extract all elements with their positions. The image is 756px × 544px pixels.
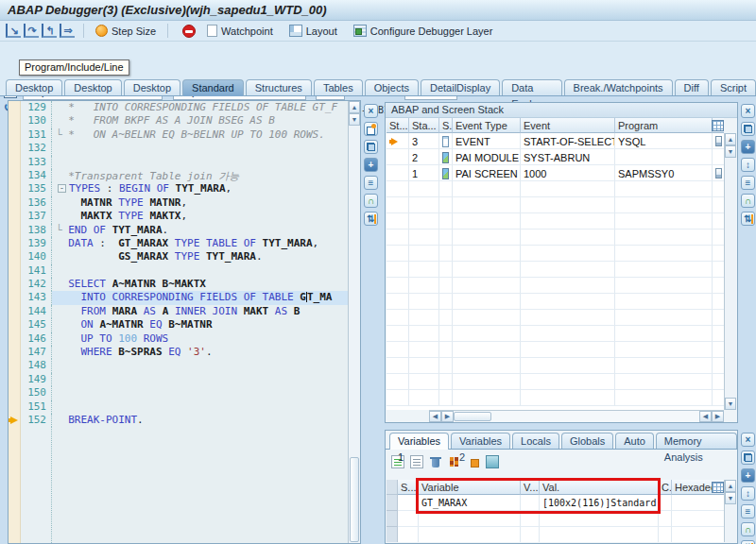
variables-tab-memory-analysis[interactable]: Memory Analysis [656, 433, 737, 449]
code-line[interactable]: 148 [9, 359, 348, 372]
scroll-right-icon[interactable]: ▶ [441, 411, 454, 422]
code-line[interactable]: 150 [9, 386, 348, 400]
code-text[interactable]: UP TO 100 ROWS [52, 332, 348, 346]
code-area[interactable]: 129 * INTO CORRESPONDING FIELDS OF TABLE… [9, 101, 348, 543]
step-continue-icon[interactable]: ⇒ [60, 24, 75, 38]
scroll-left-icon[interactable]: ◀ [429, 411, 441, 422]
code-line[interactable]: 140 GS_MARAX TYPE TYT_MARA. [9, 250, 348, 264]
scroll-down-icon[interactable]: ▼ [725, 492, 736, 504]
step-return-icon[interactable]: ↰ [42, 24, 57, 38]
variables-tab-variables-1[interactable]: Variables 1 [389, 433, 449, 450]
code-text[interactable]: └ * ON A~BELNR EQ B~BELNR UP TO 100 ROWS… [52, 128, 348, 142]
code-line[interactable]: 147 WHERE B~SPRAS EQ '3'. [9, 346, 348, 359]
value-cell[interactable] [540, 511, 659, 527]
delete-icon[interactable] [429, 455, 442, 468]
maximize-icon[interactable]: + [741, 468, 755, 483]
code-text[interactable]: GS_MARAX TYPE TYT_MARA. [52, 250, 348, 264]
swap-icon[interactable] [741, 122, 755, 136]
stack-empty-row[interactable] [387, 374, 724, 390]
column-config-icon[interactable] [712, 482, 724, 493]
fit-height-icon[interactable]: ↕ [741, 158, 755, 172]
code-line[interactable]: 141 [9, 264, 348, 278]
variables-tab-auto[interactable]: Auto [615, 433, 654, 449]
watchpoint-button[interactable]: Watchpoint [204, 24, 276, 38]
step-size-button[interactable]: Step Size [93, 24, 159, 38]
row-selector[interactable] [387, 527, 398, 542]
code-line[interactable]: 132 [9, 142, 348, 155]
scroll-right-icon[interactable]: ▶ [712, 411, 724, 422]
stack-empty-row[interactable] [387, 358, 724, 374]
code-line[interactable]: 133 [9, 156, 348, 169]
stack-empty-row[interactable] [387, 262, 724, 278]
scroll-down-icon[interactable]: ▼ [725, 398, 736, 410]
stack-empty-row[interactable] [387, 230, 724, 246]
code-text[interactable]: * FROM BKPF AS A JOIN BSEG AS B [52, 114, 348, 128]
scroll-up-icon[interactable]: ▲ [725, 133, 736, 145]
maximize-icon[interactable]: + [364, 158, 378, 172]
variables-tab-locals[interactable]: Locals [512, 433, 559, 449]
code-vertical-scrollbar[interactable]: ▲ ▼ [348, 101, 360, 543]
stack-empty-row[interactable] [387, 246, 724, 262]
code-text[interactable]: -TYPES : BEGIN OF TYT_MARA, [52, 182, 348, 196]
distribute-icon[interactable] [467, 455, 480, 468]
code-line[interactable]: 130 * FROM BKPF AS A JOIN BSEG AS B [9, 114, 348, 128]
stack-vertical-scrollbar[interactable]: ▲ ▼ ▼ [724, 133, 736, 410]
stack-row[interactable]: 1PAI SCREEN1000SAPMSSY0 [387, 165, 724, 181]
code-text[interactable]: MATNR TYPE MATNR, [52, 196, 348, 210]
close-icon[interactable]: × [741, 104, 755, 118]
split-icon[interactable]: ≡ [741, 504, 755, 518]
code-line[interactable]: 135-TYPES : BEGIN OF TYT_MARA, [9, 182, 348, 196]
tab-detaildisplay[interactable]: DetailDisplay [421, 79, 500, 95]
code-text[interactable] [52, 373, 348, 386]
code-line[interactable]: 142 SELECT A~MATNR B~MAKTX [9, 278, 348, 291]
code-editor-panel[interactable]: 129 * INTO CORRESPONDING FIELDS OF TABLE… [8, 100, 361, 544]
code-line[interactable]: 152 BREAK-POINT. [9, 414, 348, 427]
configure-debugger-button[interactable]: Configure Debugger Layer [351, 24, 496, 38]
variable-name-cell[interactable] [419, 527, 521, 542]
code-line[interactable]: 139 DATA : GT_MARAX TYPE TABLE OF TYT_MA… [9, 237, 348, 250]
stack-empty-row[interactable] [387, 326, 724, 342]
variable-row[interactable] [387, 511, 724, 527]
code-line[interactable]: 149 [9, 373, 348, 386]
filter-icon[interactable]: ⇅ [364, 212, 378, 226]
variables-tab-globals[interactable]: Globals [561, 433, 613, 449]
services-icon[interactable]: ∩ [741, 522, 755, 536]
tab-data-explorer[interactable]: Data Explorer [502, 79, 561, 95]
tab-script[interactable]: Script [711, 79, 756, 95]
tab-desktop-2[interactable]: Desktop 2 [64, 79, 121, 95]
code-text[interactable] [52, 156, 348, 169]
tab-objects[interactable]: Objects [365, 79, 419, 95]
scroll-up-icon[interactable]: ▲ [725, 480, 736, 492]
stop-icon[interactable] [182, 25, 196, 38]
code-line[interactable]: 144 FROM MARA AS A INNER JOIN MAKT AS B [9, 305, 348, 318]
stack-row[interactable]: 2PAI MODULESYST-ABRUN [387, 149, 724, 165]
code-line[interactable]: 143 INTO CORRESPONDING FIELDS OF TABLE G… [9, 291, 348, 304]
stack-empty-row[interactable] [387, 342, 724, 358]
change-package-icon[interactable] [486, 455, 499, 468]
column-config-icon[interactable] [712, 120, 724, 131]
variables-vertical-scrollbar[interactable]: ▲ ▼ [724, 480, 736, 542]
value-cell[interactable]: [100x2(116)]Standard Tab.. [540, 495, 659, 511]
variables-tab-variables-2[interactable]: Variables 2 [451, 433, 510, 449]
code-line[interactable]: 146 UP TO 100 ROWS [9, 332, 348, 346]
tab-break-watchpoints[interactable]: Break./Watchpoints [564, 79, 673, 95]
code-line[interactable]: 145 ON A~MATNR EQ B~MATNR [9, 318, 348, 332]
tab-tables[interactable]: Tables [314, 79, 363, 95]
code-text[interactable] [52, 142, 348, 155]
swap-icon[interactable] [364, 140, 378, 154]
row-selector[interactable] [387, 495, 398, 511]
stack-horizontal-scrollbar[interactable]: ◀ ▶ ◀ ▶ [429, 410, 724, 422]
tab-desktop-3[interactable]: Desktop 3 [124, 79, 180, 95]
copy-list-icon[interactable] [410, 455, 423, 468]
row-selector[interactable] [387, 511, 398, 527]
tab-structures[interactable]: Structures [246, 79, 312, 95]
code-text[interactable]: * INTO CORRESPONDING FIELDS OF TABLE GT_… [52, 101, 348, 114]
close-icon[interactable]: × [741, 433, 755, 447]
code-text[interactable]: SELECT A~MATNR B~MAKTX [52, 278, 348, 291]
scroll-left-icon[interactable]: ◀ [699, 411, 712, 422]
scroll-thumb[interactable] [350, 457, 359, 542]
variable-name-cell[interactable]: GT_MARAX [419, 495, 521, 511]
code-text[interactable] [52, 386, 348, 400]
swap-icon[interactable] [741, 450, 755, 465]
variable-name-cell[interactable] [419, 511, 521, 527]
